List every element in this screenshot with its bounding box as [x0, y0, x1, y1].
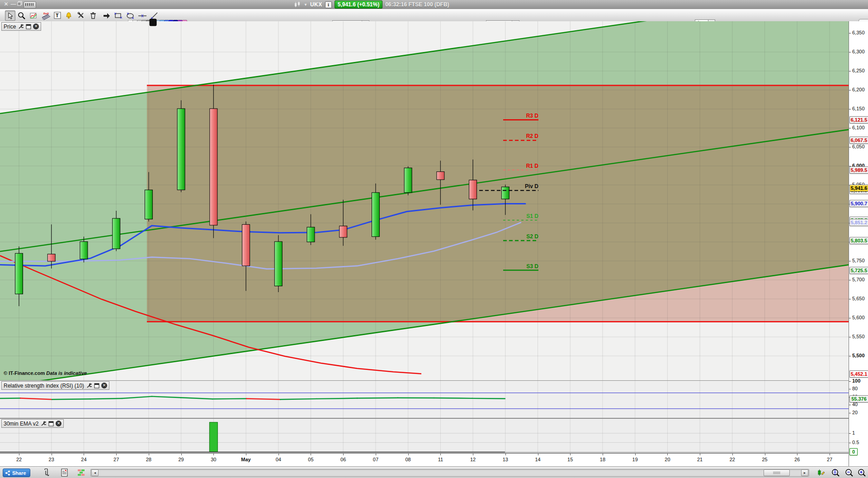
zoom-out-icon[interactable]	[844, 468, 854, 477]
disclaimer-text: Data is indicative	[46, 370, 87, 376]
wrench-icon[interactable]	[40, 421, 46, 426]
close-icon[interactable]: ✕	[101, 383, 107, 388]
axis-tick	[116, 454, 117, 455]
bottom-toolbar: Share ◄ ►	[0, 466, 868, 478]
pivot-label: Piv D	[525, 183, 538, 189]
rsi-chart[interactable]	[0, 380, 849, 418]
scroll-left-icon[interactable]: ◄	[91, 469, 99, 476]
keyboard-icon[interactable]	[24, 1, 36, 9]
axis-tick	[830, 454, 830, 455]
axis-tick	[213, 454, 214, 455]
ellipse-tool-icon[interactable]	[125, 10, 136, 21]
rsi-axis-label: 20	[852, 410, 858, 415]
arrow-tool-icon[interactable]	[101, 10, 112, 21]
instrument-name[interactable]: UKX	[310, 1, 322, 8]
date-axis-label: 28	[140, 457, 158, 462]
window-icon[interactable]	[25, 24, 31, 29]
axis-tick	[505, 454, 506, 455]
text-tool-icon[interactable]: T	[52, 10, 63, 21]
date-axis-label: 11	[431, 457, 449, 462]
horizontal-scrollbar[interactable]: ◄ ►	[90, 469, 809, 477]
raff-channel-icon[interactable]: Raff	[41, 10, 51, 21]
axis-tick	[667, 454, 668, 455]
share-button[interactable]: Share	[3, 469, 30, 477]
segment-tool-icon[interactable]	[137, 10, 147, 21]
indicator-chart-icon[interactable]	[28, 10, 38, 21]
minimize-icon[interactable]: —	[10, 1, 17, 8]
wrench-icon[interactable]	[18, 24, 24, 29]
pivot-label: R2 D	[526, 133, 539, 139]
scrollbar-thumb[interactable]	[764, 469, 790, 476]
axis-tick	[149, 454, 149, 455]
close-icon[interactable]: ✕	[3, 1, 9, 8]
axis-tick	[849, 90, 851, 90]
date-axis-label: 24	[75, 457, 93, 462]
quote-badge: 5,941.6 (+0.51%)	[335, 0, 382, 9]
rsi-axis-label: 80	[852, 386, 858, 391]
date-axis-label: 14	[529, 457, 547, 462]
trash-icon[interactable]	[88, 10, 98, 21]
alert-bell-icon[interactable]	[64, 10, 74, 21]
axis-tick	[181, 454, 182, 455]
price-badge: 6,121.5	[849, 116, 868, 123]
axis-tick	[849, 356, 851, 356]
axis-tick	[311, 454, 311, 455]
time-axis[interactable]: 22232427282930May04050607081112131415181…	[0, 453, 849, 467]
ema-chart[interactable]	[0, 418, 849, 453]
price-badge: 5,941.6	[849, 185, 868, 192]
axis-tick	[849, 381, 851, 382]
date-axis-label: 30	[204, 457, 222, 462]
share-label: Share	[12, 470, 26, 476]
info-icon[interactable]: i	[325, 1, 332, 8]
date-axis-label: 20	[658, 457, 676, 462]
price-chart[interactable]: R3 DR2 DR1 DPiv DS1 DS2 DS3 D	[0, 21, 849, 380]
window-icon[interactable]	[48, 421, 54, 426]
zoom-icon[interactable]	[16, 10, 27, 21]
cursor-icon[interactable]	[5, 10, 15, 21]
quote-cluster: ▼ UKX i 5,941.6 (+0.51%) 06:32:16 FTSE 1…	[294, 0, 449, 9]
date-axis-label: 13	[496, 457, 514, 462]
date-axis-label: 23	[42, 457, 61, 462]
pivot-label: R1 D	[526, 163, 539, 169]
rectangle-tool-icon[interactable]	[113, 10, 123, 21]
chart-edit-icon[interactable]	[816, 468, 826, 477]
axis-tick	[84, 454, 84, 455]
price-axis-label: 5,600	[852, 315, 865, 320]
news-icon[interactable]	[60, 468, 69, 477]
restore-icon[interactable]	[17, 1, 24, 8]
zoom-area-icon[interactable]	[831, 468, 840, 477]
zoom-in-icon[interactable]	[857, 468, 866, 477]
axis-tick	[473, 454, 473, 455]
price-badge: 5,851.2	[849, 219, 868, 226]
wrench-icon[interactable]	[86, 383, 92, 388]
price-axis[interactable]: 6,3506,3006,2506,2006,1506,1006,0506,000…	[849, 21, 868, 466]
window-icon[interactable]	[94, 383, 99, 388]
color-swatch[interactable]	[150, 19, 157, 26]
price-badge: 5,900.7	[849, 200, 868, 207]
date-axis-label: 27	[107, 457, 125, 462]
titlebar: ✕ — ▼ UKX i 5,941.6 (+0.51%) 06:32:16 FT…	[0, 0, 868, 9]
scroll-right-icon[interactable]: ►	[801, 469, 808, 476]
instrument-dropdown-icon[interactable]: ▼	[304, 3, 307, 7]
price-axis-label: 6,250	[852, 68, 865, 73]
price-axis-label: 6,350	[852, 30, 865, 35]
attach-icon[interactable]	[42, 468, 51, 477]
date-axis-label: 05	[302, 457, 320, 462]
axis-tick	[343, 454, 344, 455]
app-window: { "titlebar": { "instrument": "UKX", "qu…	[0, 0, 868, 478]
date-axis-label: 06	[334, 457, 352, 462]
price-badge: 5,989.5	[849, 166, 868, 174]
ema-axis-label: 1	[852, 430, 855, 435]
date-axis-label: 21	[691, 457, 709, 462]
price-axis-label: 6,200	[852, 87, 865, 92]
date-axis-label: 18	[594, 457, 612, 462]
pivot-label: S1 D	[526, 213, 538, 219]
date-axis-label: 19	[626, 457, 644, 462]
axis-tick	[849, 318, 851, 318]
bricks-icon[interactable]	[77, 468, 86, 477]
close-icon[interactable]: ✕	[33, 24, 39, 29]
close-icon[interactable]: ✕	[56, 421, 61, 426]
axis-tick	[570, 454, 571, 455]
price-axis-label: 6,300	[852, 49, 865, 54]
tools-icon[interactable]	[76, 10, 86, 21]
